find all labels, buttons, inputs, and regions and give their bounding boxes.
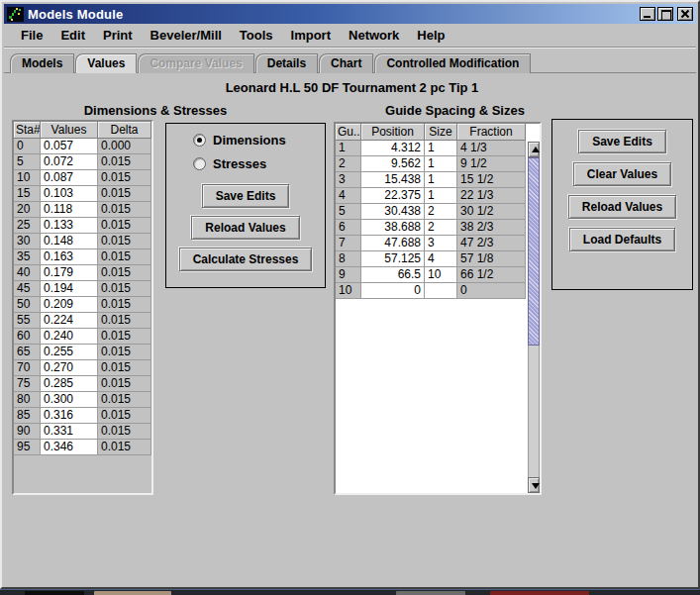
table-cell[interactable]: 0.346 xyxy=(41,440,98,455)
table-row: 250.1330.015 xyxy=(14,218,151,234)
table-row: 747.688347 2/3 xyxy=(336,236,526,251)
table-cell: 35 xyxy=(14,249,41,265)
tab-values[interactable]: Values xyxy=(75,53,137,73)
menu-print[interactable]: Print xyxy=(94,26,142,45)
column-header-sta[interactable]: Sta# xyxy=(14,122,41,139)
page-title: Leonard H.L 50 DF Tournament 2 pc Tip 1 xyxy=(2,80,700,95)
menu-tools[interactable]: Tools xyxy=(231,26,282,45)
tab-controlled-modification[interactable]: Controlled Modification xyxy=(374,53,531,73)
table-cell: 0.015 xyxy=(98,170,151,186)
table-cell[interactable]: 4.312 xyxy=(361,141,425,156)
radio-label: Dimensions xyxy=(213,133,286,148)
table-cell[interactable]: 0.316 xyxy=(41,408,98,424)
table-row: 200.1180.015 xyxy=(14,202,151,218)
table-cell[interactable]: 0.087 xyxy=(41,170,98,186)
table-cell[interactable]: 66.5 xyxy=(361,267,425,283)
table-cell[interactable]: 9.562 xyxy=(361,156,425,172)
table-cell[interactable]: 1 xyxy=(425,188,457,204)
models-module-window: Models Module File Edit Print Beveler/Mi… xyxy=(0,0,700,589)
table-cell[interactable]: 57.125 xyxy=(361,251,425,267)
guides-load-defaults-button[interactable]: Load Defaults xyxy=(569,228,675,251)
scrollbar-track[interactable] xyxy=(528,346,540,477)
table-cell: 0.015 xyxy=(98,424,151,440)
table-cell: 0.015 xyxy=(98,281,151,297)
menu-help[interactable]: Help xyxy=(408,26,453,45)
table-cell[interactable]: 0.331 xyxy=(41,424,98,440)
menu-file[interactable]: File xyxy=(12,26,51,45)
table-cell[interactable]: 0.285 xyxy=(41,376,98,392)
table-cell[interactable]: 15.438 xyxy=(361,172,425,188)
table-cell[interactable]: 0.255 xyxy=(41,345,98,360)
tab-chart[interactable]: Chart xyxy=(319,53,373,73)
table-cell[interactable]: 0.072 xyxy=(41,154,98,170)
scrollbar-down-icon[interactable] xyxy=(528,477,540,493)
minimize-icon[interactable] xyxy=(640,7,655,21)
table-cell[interactable]: 0.209 xyxy=(41,297,98,313)
table-cell[interactable]: 0.118 xyxy=(41,202,98,218)
table-cell[interactable]: 0.224 xyxy=(41,313,98,329)
table-cell: 40 xyxy=(14,265,41,281)
dimensions-reload-values-button[interactable]: Reload Values xyxy=(191,216,299,240)
scrollbar-thumb[interactable] xyxy=(528,157,540,346)
table-row: 966.51066 1/2 xyxy=(336,267,526,283)
maximize-icon[interactable] xyxy=(657,7,673,21)
table-cell[interactable]: 0.194 xyxy=(41,281,98,297)
table-cell[interactable]: 47.688 xyxy=(361,236,425,251)
vertical-scrollbar[interactable] xyxy=(528,142,540,493)
table-cell[interactable]: 30.438 xyxy=(361,204,425,220)
table-cell[interactable]: 3 xyxy=(425,236,457,251)
menu-network[interactable]: Network xyxy=(340,26,408,45)
table-cell[interactable]: 2 xyxy=(425,204,457,220)
table-cell[interactable]: 0.148 xyxy=(41,234,98,249)
table-cell[interactable]: 0.163 xyxy=(41,249,98,265)
table-cell: 25 xyxy=(14,218,41,234)
table-row: 400.1790.015 xyxy=(14,265,151,281)
table-cell[interactable]: 0.133 xyxy=(41,218,98,234)
column-header-delta[interactable]: Delta xyxy=(98,122,151,139)
title-bar[interactable]: Models Module xyxy=(4,4,696,24)
table-cell[interactable]: 0.270 xyxy=(41,360,98,376)
menu-edit[interactable]: Edit xyxy=(51,26,94,45)
menu-beveler-mill[interactable]: Beveler/Mill xyxy=(142,26,231,45)
table-cell: 65 xyxy=(14,345,41,360)
table-cell[interactable]: 10 xyxy=(425,267,457,283)
table-cell[interactable]: 1 xyxy=(425,141,457,156)
table-cell[interactable]: 4 xyxy=(425,251,457,267)
tab-details[interactable]: Details xyxy=(255,53,318,73)
menu-import[interactable]: Import xyxy=(282,26,340,45)
dimensions-save-edits-button[interactable]: Save Edits xyxy=(202,184,290,208)
table-cell[interactable]: 0.179 xyxy=(41,265,98,281)
tab-models[interactable]: Models xyxy=(10,53,74,73)
table-cell[interactable] xyxy=(425,283,457,299)
radio-button-icon[interactable] xyxy=(193,134,206,147)
table-cell[interactable]: 1 xyxy=(425,156,457,172)
table-row: 422.375122 1/3 xyxy=(336,188,526,204)
table-cell[interactable]: 0.103 xyxy=(41,186,98,202)
table-cell[interactable]: 22.375 xyxy=(361,188,425,204)
radio-button-icon[interactable] xyxy=(193,157,206,170)
column-header-size[interactable]: Size xyxy=(425,124,457,141)
guides-save-edits-button[interactable]: Save Edits xyxy=(578,130,666,153)
table-cell[interactable]: 1 xyxy=(425,172,457,188)
radio-stresses[interactable]: Stresses xyxy=(193,156,325,171)
guides-reload-values-button[interactable]: Reload Values xyxy=(568,195,676,219)
guides-clear-values-button[interactable]: Clear Values xyxy=(573,162,671,186)
column-header-gu[interactable]: Gu... xyxy=(336,124,361,141)
radio-dimensions[interactable]: Dimensions xyxy=(193,133,325,148)
table-cell[interactable]: 2 xyxy=(425,220,457,236)
table-row: 550.2240.015 xyxy=(14,313,151,329)
table-cell[interactable]: 0 xyxy=(361,283,425,299)
dimensions-calculate-stresses-button[interactable]: Calculate Stresses xyxy=(179,248,313,271)
column-header-values[interactable]: Values xyxy=(41,122,98,139)
table-cell[interactable]: 38.688 xyxy=(361,220,425,236)
table-row: 750.2850.015 xyxy=(14,376,151,392)
table-cell[interactable]: 0.300 xyxy=(41,392,98,408)
close-icon[interactable] xyxy=(677,7,693,21)
column-header-fraction[interactable]: Fraction xyxy=(457,124,526,141)
column-header-position[interactable]: Position xyxy=(361,124,425,141)
table-cell: 0.015 xyxy=(98,154,151,170)
table-cell[interactable]: 0.240 xyxy=(41,329,98,345)
table-row: 850.3160.015 xyxy=(14,408,151,424)
table-cell[interactable]: 0.057 xyxy=(41,139,98,154)
scrollbar-up-icon[interactable] xyxy=(528,142,540,157)
